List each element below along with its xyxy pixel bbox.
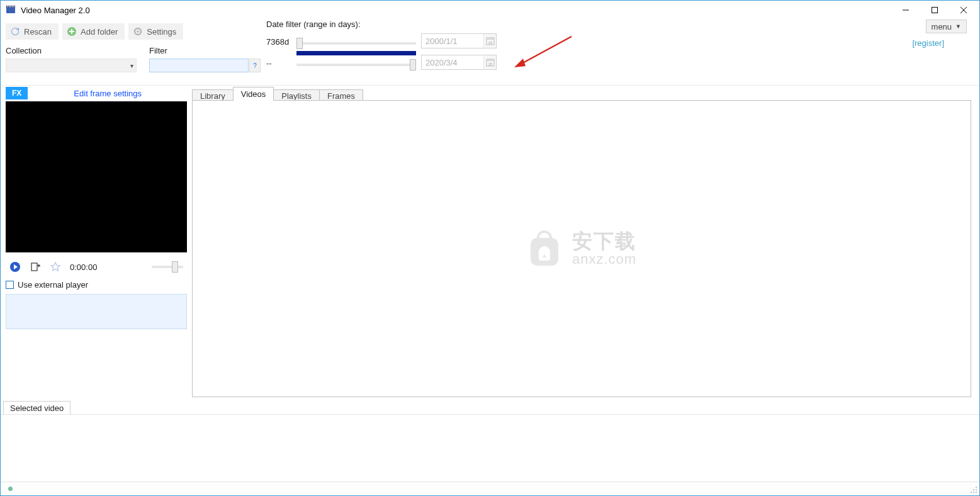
playback-time: 0:00:00 (70, 262, 97, 272)
external-player-label: Use external player (18, 280, 88, 290)
filter-label: Filter (149, 46, 167, 55)
svg-text:15: 15 (488, 62, 492, 66)
watermark-line1: 安下载 (572, 231, 636, 252)
external-player-row: Use external player (6, 280, 88, 290)
date-from-input[interactable]: 2000/1/1 15 (421, 33, 497, 48)
svg-line-22 (519, 37, 572, 65)
add-folder-button[interactable]: Add folder (62, 23, 125, 40)
calendar-icon[interactable]: 15 (483, 34, 496, 48)
toolbar-left: Rescan Add folder Settings (6, 23, 183, 40)
svg-rect-0 (6, 7, 15, 13)
svg-point-15 (137, 30, 140, 33)
date-filter-label: Date filter (range in days): (266, 20, 361, 29)
tab-videos[interactable]: Videos (233, 87, 274, 101)
date-to-value: 2020/3/4 (425, 58, 458, 67)
annotation-arrow-icon (512, 33, 575, 71)
svg-rect-29 (976, 487, 977, 488)
svg-rect-6 (14, 6, 15, 8)
close-button[interactable] (949, 1, 978, 20)
volume-slider[interactable] (152, 266, 183, 268)
svg-rect-13 (69, 31, 74, 32)
player-controls: 0:00:00 (6, 259, 187, 275)
fx-button[interactable]: FX (6, 87, 28, 99)
menu-label: menu (932, 22, 952, 31)
watermark: 安下载 anxz.com (527, 229, 636, 268)
svg-rect-27 (531, 238, 558, 266)
svg-rect-30 (973, 489, 974, 490)
svg-rect-31 (976, 489, 977, 490)
resize-grip-icon[interactable] (969, 485, 978, 494)
statusbar (1, 482, 979, 495)
export-icon[interactable] (30, 261, 41, 273)
svg-rect-32 (971, 492, 972, 493)
rescan-button[interactable]: Rescan (6, 23, 59, 40)
upper-panel: Rescan Add folder Settings Collection Fi… (1, 20, 979, 86)
svg-rect-33 (973, 492, 974, 493)
svg-text:15: 15 (488, 41, 492, 45)
watermark-line2: anxz.com (572, 252, 636, 266)
window-title: Video Manager 2.0 (21, 6, 90, 15)
svg-rect-28 (539, 252, 550, 261)
triangle-down-icon: ▼ (955, 23, 961, 30)
date-range-slider-top[interactable] (296, 37, 416, 50)
status-indicator-icon (8, 487, 13, 491)
info-box (6, 294, 187, 329)
svg-rect-4 (11, 6, 12, 8)
date-filter-dashes: -- (266, 59, 272, 68)
settings-label: Settings (147, 27, 176, 37)
chevron-down-icon: ▾ (130, 62, 133, 69)
days-value: 7368d (266, 37, 289, 47)
collection-combobox[interactable]: ▾ (6, 59, 137, 72)
svg-rect-20 (487, 59, 494, 61)
app-icon (6, 5, 16, 15)
svg-rect-3 (9, 6, 10, 8)
titlebar: Video Manager 2.0 (1, 1, 979, 20)
minimize-button[interactable] (891, 1, 920, 20)
edit-frame-settings-link[interactable]: Edit frame settings (74, 89, 142, 98)
filter-help-button[interactable]: ? (249, 59, 261, 72)
maximize-button[interactable] (920, 1, 949, 20)
filter-input[interactable] (149, 59, 249, 72)
svg-rect-2 (8, 6, 9, 8)
external-player-checkbox[interactable] (6, 281, 14, 289)
svg-rect-5 (12, 6, 13, 8)
gear-icon (133, 26, 143, 37)
rescan-label: Rescan (24, 27, 52, 37)
play-button[interactable] (9, 261, 21, 273)
svg-rect-26 (31, 263, 37, 271)
date-to-input[interactable]: 2020/3/4 15 (421, 55, 497, 70)
bottom-tab-selected-video[interactable]: Selected video (3, 401, 70, 415)
svg-marker-23 (514, 59, 526, 67)
fx-row: FX Edit frame settings (6, 86, 187, 100)
menu-button[interactable]: menu ▼ (926, 20, 967, 33)
date-range-slider-bottom[interactable] (296, 59, 416, 71)
main-tabs: Library Videos Playlists Frames (192, 87, 363, 101)
svg-rect-8 (932, 8, 938, 13)
add-folder-label: Add folder (81, 27, 118, 37)
bottom-divider (1, 414, 979, 415)
calendar-icon[interactable]: 15 (483, 55, 496, 69)
collection-label: Collection (6, 46, 42, 55)
date-range-fill (296, 51, 416, 55)
star-icon[interactable] (50, 261, 61, 273)
date-from-value: 2000/1/1 (425, 37, 458, 46)
video-preview[interactable] (6, 101, 187, 252)
plus-icon (67, 26, 77, 37)
main-content-pane: 安下载 anxz.com (192, 100, 971, 397)
register-link[interactable]: [register] (912, 38, 944, 48)
refresh-icon (10, 26, 20, 37)
svg-rect-17 (487, 38, 494, 40)
divider (1, 85, 979, 86)
settings-button[interactable]: Settings (128, 23, 183, 40)
svg-rect-34 (976, 492, 977, 493)
window-controls (891, 1, 978, 20)
